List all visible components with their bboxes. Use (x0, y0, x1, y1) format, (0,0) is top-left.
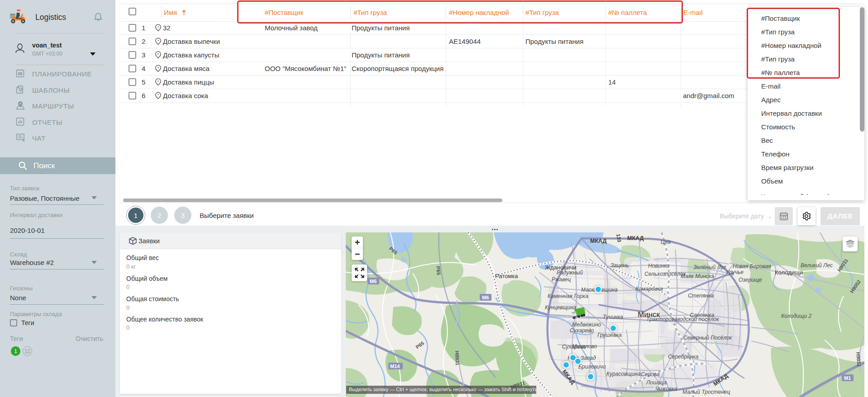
svg-text:Сухарево: Сухарево (570, 327, 594, 334)
svg-text:Новинки: Новинки (648, 263, 670, 269)
svg-text:Великий Лес: Великий Лес (801, 262, 833, 269)
svg-text:М6: М6 (370, 279, 377, 284)
svg-text:Чижовка: Чижовка (655, 386, 677, 392)
svg-text:Лошица: Лошица (646, 379, 667, 386)
svg-text:Кунцевщина: Кунцевщина (545, 304, 577, 311)
svg-text:МКАД: МКАД (627, 235, 644, 241)
svg-text:Медвежино: Медвежино (572, 321, 601, 328)
svg-text:Степянка: Степянка (688, 293, 714, 299)
svg-text:Н8931: Н8931 (454, 351, 460, 366)
svg-text:Северный Посёлок: Северный Посёлок (683, 335, 733, 341)
svg-text:Грушевка: Грушевка (597, 332, 622, 338)
svg-text:Курасовщина: Курасовщина (606, 371, 641, 377)
svg-text:Зацень: Зацень (610, 262, 629, 269)
svg-text:Р65: Р65 (435, 266, 442, 275)
svg-text:Ржавец: Ржавец (552, 276, 571, 283)
svg-text:М1: М1 (844, 375, 851, 381)
svg-text:Серова: Серова (641, 371, 660, 378)
svg-text:Тучинка: Тучинка (603, 314, 623, 320)
svg-text:Михалово: Михалово (572, 343, 597, 350)
svg-text:Комаровка: Комаровка (635, 286, 663, 292)
svg-text:Колодищи: Колодищи (775, 269, 803, 276)
svg-text:Уручье: Уручье (725, 269, 744, 275)
svg-text:Брилевичи: Брилевичи (578, 364, 606, 370)
svg-text:Каменная Горка: Каменная Горка (548, 293, 588, 299)
svg-text:Тракторозаводской посёлок: Тракторозаводской посёлок (646, 316, 720, 322)
svg-text:Новая Боровая: Новая Боровая (733, 263, 771, 269)
svg-text:Радужный: Радужный (557, 269, 583, 276)
svg-text:Серебрянка: Серебрянка (668, 354, 699, 360)
svg-text:М14: М14 (390, 364, 400, 369)
svg-text:Выделить заявку — Ctrl + щелчо: Выделить заявку — Ctrl + щелчок; выделит… (349, 387, 538, 392)
svg-text:Озерище: Озерище (739, 277, 762, 283)
svg-text:Маяк Минска: Маяк Минска (681, 273, 714, 279)
svg-text:МКАД: МКАД (590, 238, 607, 244)
svg-text:Зелёный Луг: Зелёный Луг (693, 264, 726, 270)
svg-text:М6: М6 (482, 295, 489, 300)
svg-text:Колодищи 2: Колодищи 2 (781, 313, 811, 319)
svg-text:Ратомка: Ратомка (495, 273, 518, 279)
svg-text:Малый Тростенец: Малый Тростенец (682, 389, 730, 395)
svg-text:Сельхозпосёлок: Сельхозпосёлок (644, 271, 686, 277)
svg-text:Цна: Цна (661, 239, 671, 245)
